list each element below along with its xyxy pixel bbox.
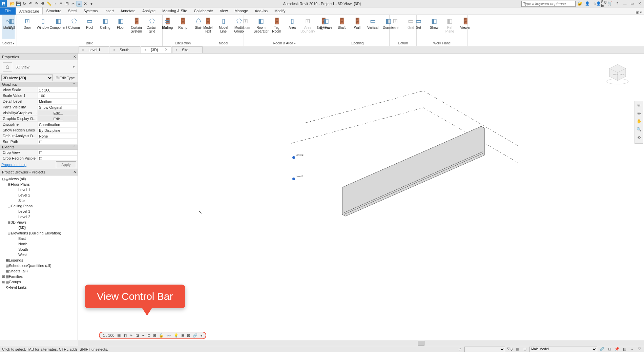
horizontal-scrollbar[interactable] [78,340,644,346]
tree-item[interactable]: ⟲ Revit Links [1,285,77,290]
thin-lines-icon[interactable]: ≡ [77,1,82,6]
tree-item[interactable]: Level 1 [1,187,77,192]
set-button[interactable]: ▭Set [412,16,425,39]
show-button[interactable]: ◧Show [428,16,441,39]
column-button[interactable]: ⬠Column [67,16,81,39]
comm-icon[interactable]: 👤 [584,1,590,7]
tab-view[interactable]: View [216,7,231,15]
tab-systems[interactable]: Systems [80,7,101,15]
prop-value[interactable]: By Discipline [37,127,78,133]
view-tab-level1[interactable]: ▫Level 1 [79,46,109,53]
close-inactive-icon[interactable]: ✕ [83,1,88,6]
expand-icon[interactable]: ⊞ [1,274,5,279]
detail-level-icon[interactable]: ▦ [116,333,122,338]
properties-close-icon[interactable]: ✕ [73,55,76,59]
file-tab[interactable]: File [0,7,16,15]
more-icon[interactable]: ◂ [199,333,204,338]
dimension-icon[interactable]: ↔ [52,1,58,6]
prop-section-header[interactable]: Extents [0,145,78,150]
tab-add-ins[interactable]: Add-Ins [251,7,271,15]
zoom-icon[interactable]: 🔍 [636,127,642,134]
room-separator-button[interactable]: ◧Room Separator [254,16,268,39]
prop-value[interactable] [37,156,78,160]
worksets-select[interactable] [464,347,505,352]
expand-icon[interactable]: ⊟ [1,177,5,181]
switch-window-icon[interactable]: ▾ [89,1,94,6]
editable-only-icon[interactable]: ▦ [515,347,520,352]
tree-item[interactable]: Site [1,198,77,203]
model-line-button[interactable]: ▯Model Line [217,16,230,39]
tree-item[interactable]: ⊟Ceiling Plans [1,203,77,209]
view-tab-site[interactable]: ▫Site [172,46,203,53]
prop-value[interactable]: 1 : 100 [37,87,78,92]
undo-icon[interactable]: ↶ [28,1,33,6]
close-icon[interactable]: ✕ [637,1,643,7]
select-underlay-icon[interactable]: ⊟ [607,347,612,352]
redo-icon[interactable]: ↷ [34,1,39,6]
tab-steel[interactable]: Steel [65,7,80,15]
tree-item[interactable]: ▦ Sheets (all) [1,268,77,274]
component-button[interactable]: ◧Component [52,16,65,39]
prop-value[interactable]: Coordination [37,122,78,127]
expand-icon[interactable]: ⊟ [7,220,11,225]
roof-button[interactable]: ▭Roof [83,16,97,39]
door-button[interactable]: ⊞Door [21,16,34,39]
prop-section-header[interactable]: Graphics [0,82,78,87]
tree-item[interactable]: Level 2 [1,192,77,198]
select-links-icon[interactable]: 🔗 [599,347,605,352]
save-icon[interactable]: 💾 [16,1,21,6]
text-icon[interactable]: A [58,1,64,6]
select-pinned-icon[interactable]: 📌 [614,347,620,352]
tree-item[interactable]: West [1,252,77,257]
ceiling-button[interactable]: ◧Ceiling [99,16,112,39]
sun-path-icon[interactable]: ☀ [128,333,134,338]
steering-wheel-icon[interactable]: ◎ [636,111,642,118]
sync-icon[interactable]: ↻ [22,1,27,6]
tag-room-button[interactable]: 🚪Tag Room [270,16,284,39]
apply-button[interactable]: Apply [56,161,76,168]
print-icon[interactable]: 🖶 [40,1,45,6]
section-icon[interactable]: ✂ [70,1,76,6]
area-boundary-button[interactable]: ⊞Area Boundary [301,16,315,39]
tab-modify[interactable]: Modify [271,7,289,15]
tab-architecture[interactable]: Architecture [16,7,43,15]
filter-selection-icon[interactable]: ∇ [637,347,642,352]
tree-item[interactable]: ⊞▦ Families [1,274,77,279]
type-selector[interactable]: ⌂ 3D View ▾ [0,60,78,74]
tree-item[interactable]: North [1,241,77,247]
maximize-icon[interactable]: ▭ [629,1,635,7]
by-face-button[interactable]: ◧By Face [319,16,333,39]
selection-icon[interactable]: ⊕ [457,347,462,352]
tree-item[interactable]: South [1,247,77,252]
constraints-icon[interactable]: 🔗 [191,333,199,338]
prop-value[interactable] [37,150,78,155]
floor-button[interactable]: ◧Floor [114,16,128,39]
prop-value[interactable] [37,139,78,144]
scale-button[interactable]: 1 : 100 [102,333,116,337]
expand-icon[interactable]: ⊞ [1,280,5,284]
crop-view-icon[interactable]: ⊡ [146,333,152,338]
tree-item[interactable]: Level 1 [1,209,77,214]
properties-help-link[interactable]: Properties help [1,163,26,167]
ribbon-collapse-icon[interactable]: ▣ ▾ [636,10,644,15]
prop-value[interactable]: Edit... [37,116,78,121]
expand-icon[interactable]: ⊟ [7,231,11,235]
view-cube[interactable]: FRONT RIGHT [601,57,635,91]
show-crop-icon[interactable]: ⊟ [152,333,158,338]
drag-elements-icon[interactable]: ↔ [629,347,635,352]
pan-icon[interactable]: ✋ [636,119,642,126]
analytical-icon[interactable]: ⊡ [186,333,191,338]
wall-button[interactable]: 🚪Wall [351,16,364,39]
shadows-icon[interactable]: ◪ [134,333,140,338]
tree-item[interactable]: {3D} [1,225,77,230]
shaft-button[interactable]: 🚪Shaft [335,16,349,39]
rendering-icon[interactable]: ✦ [140,333,146,338]
close-icon[interactable]: ✕ [165,47,168,52]
prop-value[interactable]: 100 [37,93,78,98]
view-icon[interactable]: ⊞ [64,1,70,6]
tab-annotate[interactable]: Annotate [117,7,139,15]
visual-style-icon[interactable]: ◧ [122,333,128,338]
view-tab-south[interactable]: ▫South [110,46,140,53]
measure-icon[interactable]: 📏 [46,1,51,6]
expand-icon[interactable]: ⊟ [7,182,11,187]
